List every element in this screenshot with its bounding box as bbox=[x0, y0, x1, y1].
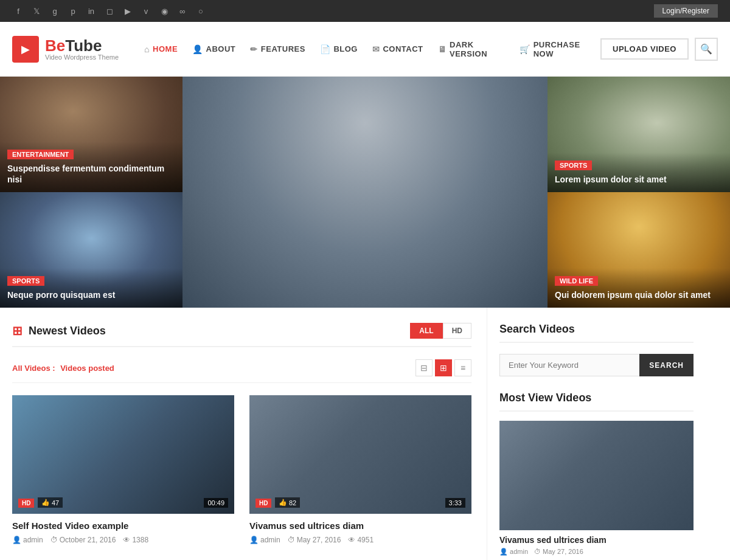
social-gplus[interactable]: g bbox=[49, 5, 61, 17]
search-toggle-button[interactable]: 🔍 bbox=[695, 38, 718, 61]
view-compact-button[interactable]: ≡ bbox=[454, 359, 471, 376]
video-thumbnail: HD 👍 47 00:49 bbox=[12, 395, 234, 514]
hero-overlay: Wild Life Qui dolorem ipsum quia dolor s… bbox=[548, 268, 730, 308]
filter-hd-button[interactable]: HD bbox=[443, 323, 471, 339]
hero-item-sports-splash[interactable]: Sports Neque porro quisquam est bbox=[0, 192, 182, 308]
newest-videos-title: Newest Videos bbox=[29, 325, 106, 337]
thumb-bg bbox=[12, 395, 234, 514]
likes-badge: 👍 47 bbox=[38, 497, 63, 508]
topbar: f 𝕏 g p in ◻ ▶ v ◉ ∞ ○ Login/Register bbox=[0, 0, 730, 22]
hero-title: Suspendisse fermentum condimentum nisi bbox=[7, 163, 175, 185]
category-badge: Wild Life bbox=[555, 276, 598, 286]
hero-item-wildlife[interactable]: Wild Life Qui dolorem ipsum quia dolor s… bbox=[548, 192, 730, 308]
hero-title: Qui dolorem ipsum quia dolor sit amet bbox=[555, 289, 723, 300]
social-github[interactable]: ○ bbox=[195, 5, 207, 17]
video-meta: 👤 admin ⏱ October 21, 2016 👁 1388 bbox=[12, 536, 234, 544]
hero-overlay: Sports Neque porro quisquam est bbox=[0, 268, 182, 308]
hd-badge: HD bbox=[255, 499, 271, 508]
author-meta: 👤 admin bbox=[249, 536, 280, 544]
nav-dark[interactable]: 🖥 DARK VERSION bbox=[431, 22, 513, 77]
search-section-title: Search Videos bbox=[499, 323, 693, 343]
search-submit-button[interactable]: SEARCH bbox=[639, 354, 693, 376]
monitor-icon: 🖥 bbox=[438, 44, 447, 54]
date-meta: ⏱ October 21, 2016 bbox=[50, 536, 116, 544]
likes-badge: 👍 82 bbox=[275, 497, 300, 508]
social-linkedin[interactable]: in bbox=[85, 5, 97, 17]
sidebar-video-meta: 👤 admin ⏱ May 27, 2016 bbox=[499, 548, 693, 556]
upload-video-button[interactable]: Upload Video bbox=[600, 38, 689, 60]
nav-home[interactable]: ⌂ HOME bbox=[137, 22, 185, 77]
main-nav: ⌂ HOME 👤 ABOUT ✏ FEATURES 📄 BLOG ✉ CONTA… bbox=[137, 22, 600, 77]
nav-about[interactable]: 👤 ABOUT bbox=[185, 22, 243, 77]
video-card[interactable]: HD 👍 47 00:49 Self Hosted Video example … bbox=[12, 395, 234, 544]
search-box: SEARCH bbox=[499, 354, 693, 376]
hero-item-city[interactable] bbox=[182, 77, 548, 308]
view-list-button[interactable]: ⊟ bbox=[415, 359, 433, 376]
video-card[interactable]: HD 👍 82 3:33 Vivamus sed ultrices diam 👤… bbox=[249, 395, 471, 544]
video-title: Vivamus sed ultrices diam bbox=[249, 520, 471, 532]
nav-blog[interactable]: 📄 BLOG bbox=[313, 22, 365, 77]
social-vimeo[interactable]: v bbox=[140, 5, 152, 17]
sidebar-date: ⏱ May 27, 2016 bbox=[534, 548, 583, 556]
logo-title: BeTube bbox=[45, 38, 119, 54]
sidebar-video-thumbnail[interactable] bbox=[499, 421, 693, 530]
hero-overlay: Sports Lorem ipsum dolor sit amet bbox=[548, 153, 730, 192]
video-thumbnail: HD 👍 82 3:33 bbox=[249, 395, 471, 514]
likes-count: 47 bbox=[52, 499, 59, 506]
filter-all-button[interactable]: All bbox=[410, 323, 442, 339]
hero-item-entertainment[interactable]: Entertainment Suspendisse fermentum cond… bbox=[0, 77, 182, 192]
hero-grid: Entertainment Suspendisse fermentum cond… bbox=[0, 77, 730, 308]
nav-purchase[interactable]: 🛒 PURCHASE NOW bbox=[512, 22, 600, 77]
site-logo[interactable]: BeTube Video Wordpress Theme bbox=[12, 36, 119, 63]
videos-sublabel: Videos posted bbox=[60, 364, 114, 373]
videos-label: All Videos : Videos posted bbox=[12, 364, 114, 373]
category-badge: Entertainment bbox=[7, 150, 74, 159]
sidebar-video-title[interactable]: Vivamus sed ultrices diam bbox=[499, 535, 693, 545]
views-meta: 👁 1388 bbox=[123, 536, 148, 544]
home-icon: ⌂ bbox=[144, 44, 150, 54]
view-grid-button[interactable]: ⊞ bbox=[435, 359, 452, 376]
social-dribbble[interactable]: ◉ bbox=[158, 5, 170, 17]
sidebar-author: 👤 admin bbox=[499, 548, 528, 556]
main-content: ⊞ Newest Videos All HD All Videos : Vide… bbox=[0, 308, 730, 560]
duration-badge: 00:49 bbox=[204, 498, 228, 508]
social-instagram[interactable]: ◻ bbox=[103, 5, 116, 17]
search-input[interactable] bbox=[499, 354, 639, 376]
section-title: ⊞ Newest Videos bbox=[12, 323, 106, 338]
hero-item-sports-right[interactable]: Sports Lorem ipsum dolor sit amet bbox=[548, 77, 730, 192]
most-view-title: Most View Videos bbox=[499, 392, 693, 412]
section-header: ⊞ Newest Videos All HD bbox=[12, 323, 471, 347]
filter-buttons: All HD bbox=[410, 323, 471, 339]
header-actions: Upload Video 🔍 bbox=[600, 38, 718, 61]
mail-icon: ✉ bbox=[372, 44, 380, 54]
social-facebook[interactable]: f bbox=[12, 5, 24, 17]
login-register-link[interactable]: Login/Register bbox=[654, 4, 718, 18]
cart-icon: 🛒 bbox=[520, 44, 530, 54]
social-flickr[interactable]: ∞ bbox=[176, 5, 189, 17]
logo-subtitle: Video Wordpress Theme bbox=[45, 54, 119, 61]
social-twitter[interactable]: 𝕏 bbox=[30, 5, 43, 17]
nav-contact[interactable]: ✉ CONTACT bbox=[365, 22, 431, 77]
document-icon: 📄 bbox=[320, 44, 331, 54]
hero-title: Neque porro quisquam est bbox=[7, 289, 175, 300]
duration-badge: 3:33 bbox=[445, 498, 465, 508]
logo-text: BeTube Video Wordpress Theme bbox=[45, 38, 119, 61]
nav-features[interactable]: ✏ FEATURES bbox=[243, 22, 313, 77]
person-icon: 👤 bbox=[192, 44, 203, 54]
view-toggles: ⊟ ⊞ ≡ bbox=[415, 359, 471, 376]
social-pinterest[interactable]: p bbox=[67, 5, 79, 17]
pencil-icon: ✏ bbox=[250, 44, 258, 54]
category-badge: Sports bbox=[555, 161, 592, 170]
social-youtube[interactable]: ▶ bbox=[122, 5, 134, 17]
video-meta: 👤 admin ⏱ May 27, 2016 👁 4951 bbox=[249, 536, 471, 544]
likes-count: 82 bbox=[289, 499, 296, 506]
social-links: f 𝕏 g p in ◻ ▶ v ◉ ∞ ○ bbox=[12, 5, 207, 17]
author-meta: 👤 admin bbox=[12, 536, 43, 544]
thumbs-icon: 👍 bbox=[279, 499, 287, 506]
video-title: Self Hosted Video example bbox=[12, 520, 234, 532]
thumb-bg bbox=[249, 395, 471, 514]
logo-icon bbox=[12, 36, 39, 63]
grid-icon: ⊞ bbox=[12, 323, 23, 338]
date-meta: ⏱ May 27, 2016 bbox=[288, 536, 341, 544]
site-header: BeTube Video Wordpress Theme ⌂ HOME 👤 AB… bbox=[0, 22, 730, 77]
